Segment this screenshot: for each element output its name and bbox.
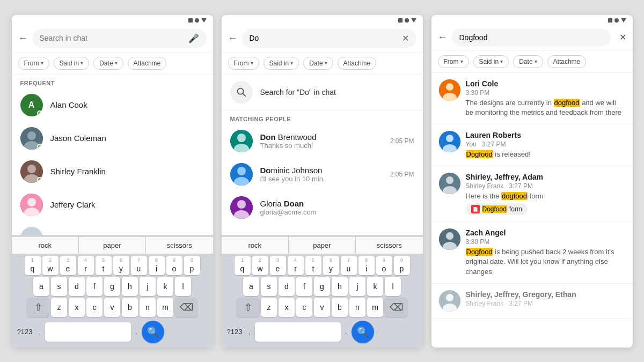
key-g[interactable]: g — [104, 277, 120, 296]
filter-attach-1[interactable]: Attachme — [128, 57, 167, 70]
key-t-2[interactable]: 5t — [305, 256, 321, 275]
key-9[interactable]: 9o — [166, 256, 182, 275]
key-backspace[interactable]: ⌫ — [175, 298, 197, 317]
filter-from-3[interactable]: From ▾ — [438, 55, 469, 68]
contact-jeffery-clark[interactable]: Jeffery Clark — [12, 188, 213, 221]
filter-date-1[interactable]: Date ▾ — [93, 57, 123, 70]
filter-saidin-arrow-3: ▾ — [500, 58, 503, 64]
key-u-2[interactable]: 7u — [341, 256, 357, 275]
key-space-1[interactable] — [45, 322, 131, 342]
key-w-2[interactable]: 2w — [252, 256, 268, 275]
key-7[interactable]: 7u — [131, 256, 147, 275]
key-s[interactable]: s — [51, 277, 67, 296]
mic-icon-1[interactable]: 🎤 — [188, 33, 199, 43]
alpha-row-2-1: a s d f g h j k l — [14, 277, 211, 296]
contact-partial[interactable] — [12, 221, 213, 235]
contact-alan-cook[interactable]: A Alan Cook — [12, 88, 213, 122]
key-o-2[interactable]: 9o — [376, 256, 392, 275]
key-r-2[interactable]: 4r — [288, 256, 304, 275]
key-i-2[interactable]: 8i — [358, 256, 375, 275]
back-button-3[interactable]: ← — [438, 32, 448, 43]
suggestion-paper-1[interactable]: paper — [79, 237, 146, 254]
search-input-2[interactable] — [250, 34, 398, 42]
key-5[interactable]: 5t — [96, 256, 112, 275]
search-input-3[interactable] — [452, 29, 611, 46]
contact-jason-coleman[interactable]: Jason Coleman — [12, 122, 213, 155]
filter-saidin-1[interactable]: Said in ▾ — [54, 57, 90, 70]
search-suggestion-2[interactable]: Search for "Do" in chat — [222, 75, 423, 110]
status-circle-2 — [405, 18, 409, 23]
suggestion-paper-2[interactable]: paper — [289, 237, 356, 254]
suggestion-rock-1[interactable]: rock — [12, 237, 79, 254]
key-k[interactable]: k — [157, 277, 173, 296]
contact-dominic-johnson[interactable]: Dominic Johnson I'll see you in 10 min. … — [222, 158, 423, 191]
search-input-1[interactable] — [40, 34, 184, 42]
key-8[interactable]: 8i — [149, 256, 165, 275]
key-x[interactable]: x — [69, 298, 85, 317]
key-0[interactable]: 0p — [184, 256, 200, 275]
filter-date-3[interactable]: Date ▾ — [513, 55, 543, 68]
result-shirley-group2[interactable]: Shirley, Jeffrey, Gregory, Ethan Shirley… — [431, 284, 633, 319]
result-zach-angel[interactable]: Zach Angel 3:30 PM Dogfood is being push… — [431, 222, 633, 284]
filter-row-2: From ▾ Said in ▾ Date ▾ Attachme — [222, 53, 423, 75]
contact-gloria-doan[interactable]: Gloria Doan gloria@acme.com — [222, 191, 423, 224]
key-z[interactable]: z — [51, 298, 67, 317]
search-input-area-2[interactable]: ✕ — [242, 29, 416, 48]
filter-saidin-3[interactable]: Said in ▾ — [473, 55, 509, 68]
key-2[interactable]: 2w — [42, 256, 58, 275]
key-comma-1[interactable]: , — [36, 322, 43, 342]
key-f[interactable]: f — [86, 277, 103, 296]
key-l[interactable]: l — [175, 277, 191, 296]
filter-saidin-2[interactable]: Said in ▾ — [264, 57, 299, 70]
filter-from-1[interactable]: From ▾ — [18, 57, 49, 70]
suggestion-rock-2[interactable]: rock — [222, 237, 289, 254]
svg-point-1 — [27, 131, 36, 140]
key-q-2[interactable]: 1q — [235, 256, 251, 275]
back-button-1[interactable]: ← — [18, 33, 28, 44]
key-1[interactable]: 1q — [25, 256, 41, 275]
section-label-2: MATCHING PEOPLE — [222, 110, 423, 124]
key-search-1[interactable]: 🔍 — [142, 321, 164, 343]
search-input-area-1[interactable]: 🎤 — [32, 29, 207, 48]
close-icon-2[interactable]: ✕ — [402, 33, 409, 43]
key-d[interactable]: d — [69, 277, 85, 296]
key-n[interactable]: n — [140, 298, 156, 317]
key-j[interactable]: j — [140, 277, 156, 296]
contact-shirley-franklin[interactable]: Shirley Franklin — [12, 155, 213, 188]
result-meta-shirley-group: Shirley Frank 3:27 PM — [466, 182, 625, 190]
result-lori-cole[interactable]: Lori Cole 3:30 PM The designs are curren… — [431, 73, 633, 124]
key-shift[interactable]: ⇧ — [27, 298, 49, 317]
key-v[interactable]: v — [104, 298, 120, 317]
suggestion-scissors-1[interactable]: scissors — [146, 237, 213, 254]
back-button-2[interactable]: ← — [228, 33, 238, 44]
contact-don-brentwood[interactable]: Don Brentwood Thanks so much! 2:05 PM — [222, 124, 423, 158]
key-a[interactable]: a — [33, 277, 49, 296]
result-meta-lori: 3:30 PM — [466, 89, 625, 97]
key-num-switch-1[interactable]: ?123 — [15, 322, 35, 342]
result-preview-lori: The designs are currently in dogfood and… — [466, 98, 625, 117]
filter-date-2[interactable]: Date ▾ — [303, 57, 333, 70]
filter-from-2[interactable]: From ▾ — [228, 57, 259, 70]
result-preview-lauren: Dogfood is released! — [466, 150, 625, 159]
key-b[interactable]: b — [122, 298, 138, 317]
result-lauren-roberts[interactable]: Lauren Roberts You 3:27 PM Dogfood is re… — [431, 124, 633, 166]
key-c[interactable]: c — [86, 298, 103, 317]
result-shirley-jeffrey-adam[interactable]: Shirley, Jeffrey, Adam Shirley Frank 3:2… — [431, 166, 633, 222]
avatar-alan-cook: A — [20, 94, 43, 116]
filter-attach-2[interactable]: Attachme — [338, 57, 377, 70]
key-4[interactable]: 4r — [78, 256, 94, 275]
attachment-chip-shirley[interactable]: 📄 Dogfood form — [466, 203, 528, 215]
svg-point-24 — [446, 135, 453, 142]
key-h[interactable]: h — [122, 277, 138, 296]
avatar-gloria — [230, 196, 253, 219]
filter-attach-3[interactable]: Attachme — [547, 55, 587, 68]
key-p-2[interactable]: 0p — [394, 256, 410, 275]
key-m[interactable]: m — [157, 298, 173, 317]
key-6[interactable]: 6y — [113, 256, 129, 275]
suggestion-scissors-2[interactable]: scissors — [356, 237, 422, 254]
key-e-2[interactable]: 3e — [270, 256, 286, 275]
key-period-1[interactable]: . — [133, 322, 140, 342]
key-y-2[interactable]: 6y — [323, 256, 339, 275]
close-icon-3[interactable]: ✕ — [619, 32, 626, 42]
key-3[interactable]: 3e — [60, 256, 76, 275]
